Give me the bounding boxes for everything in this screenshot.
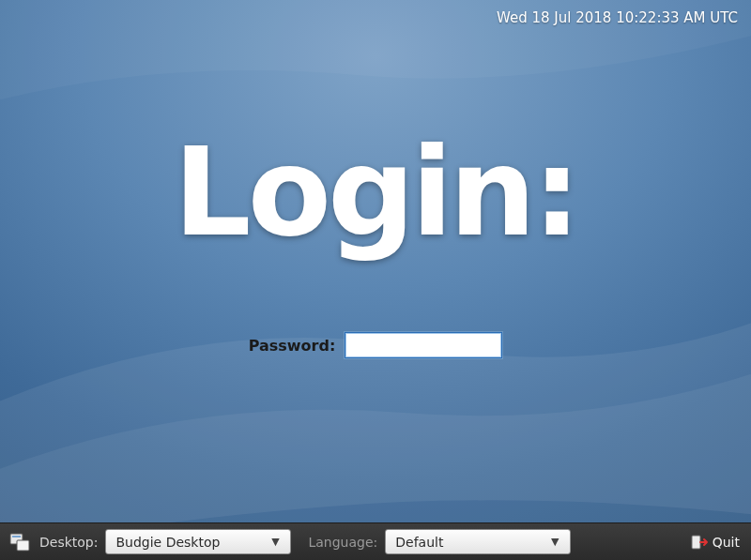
login-heading: Login: [0,131,751,253]
language-label: Language: [308,535,377,550]
bottom-panel: Desktop: Budgie Desktop ▼ Language: Defa… [0,522,751,560]
desktop-combo[interactable]: Budgie Desktop ▼ [105,529,291,554]
language-combo[interactable]: Default ▼ [385,529,571,554]
chevron-down-icon: ▼ [266,536,284,548]
svg-rect-3 [692,536,700,549]
clock-text: Wed 18 Jul 2018 10:22:33 AM UTC [497,9,738,26]
language-combo-value: Default [395,535,545,550]
password-row: Password: [0,332,751,358]
svg-rect-2 [12,536,21,537]
quit-label: Quit [713,535,740,550]
session-icon [8,530,32,554]
logout-icon [690,533,709,552]
svg-rect-1 [17,540,29,551]
desktop-label: Desktop: [39,535,98,550]
desktop-combo-value: Budgie Desktop [115,535,266,550]
password-label: Password: [249,337,336,355]
quit-button[interactable]: Quit [686,529,743,555]
background-swoosh [0,0,751,560]
chevron-down-icon: ▼ [545,536,564,548]
password-input[interactable] [345,332,502,358]
